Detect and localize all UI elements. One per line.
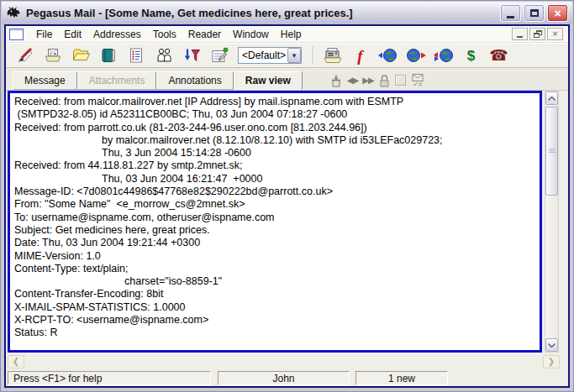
font-f-icon: f [357, 48, 362, 64]
print-button[interactable] [319, 44, 346, 66]
scroll-up-button[interactable] [545, 91, 558, 105]
users-icon [155, 47, 173, 64]
raw-view-pane[interactable]: Received: from malcor.mailrover.net [IP … [8, 91, 542, 353]
noticeboard-icon [127, 47, 145, 64]
raw-line: Subject: Get medicines here, great price… [14, 224, 540, 237]
mdi-close-icon: × [552, 29, 557, 39]
menu-window[interactable]: Window [227, 27, 275, 42]
address-book-button[interactable] [94, 44, 122, 66]
raw-line: (SMTPD32-8.05) id A52311CB00BC; Thu, 03 … [14, 108, 540, 121]
scrollbar-thumb[interactable] [545, 107, 558, 196]
raw-line: Content-Transfer-Encoding: 8bit [14, 288, 540, 301]
pegasus-icon [6, 5, 21, 22]
edit-note-icon [210, 47, 229, 64]
menu-reader[interactable]: Reader [182, 27, 227, 42]
vertical-scrollbar[interactable] [545, 91, 559, 353]
identity-selector[interactable]: <Default> ▾ [238, 47, 302, 64]
tab-bar: Message Attachments Annotations Raw view… [6, 68, 568, 91]
font-button[interactable]: f [346, 44, 374, 66]
close-button[interactable]: × [547, 4, 568, 22]
edit-message-button[interactable] [205, 44, 233, 66]
check-internet-mail-button[interactable] [429, 44, 457, 66]
identity-dropdown-button[interactable]: ▾ [287, 48, 301, 63]
raw-line: Received: from parrott.co.uk (81-203-244… [14, 122, 540, 134]
message-view-zone: Received: from malcor.mailrover.net [IP … [6, 91, 568, 369]
scroll-down-button[interactable] [545, 338, 558, 352]
mdi-restore-button[interactable] [529, 28, 545, 40]
menu-file[interactable]: File [30, 27, 58, 42]
lock-message-button[interactable] [378, 73, 391, 87]
scroll-right-button[interactable]: ❯ [543, 355, 560, 368]
confirm-envelope-icon [410, 73, 425, 87]
raw-line: Thu, 03 Jun 2004 16:21:47 +0000 [14, 173, 540, 186]
lock-icon [378, 74, 391, 87]
check-mail-button[interactable] [39, 44, 66, 66]
mdi-restore-icon [534, 30, 542, 38]
tab-raw-view[interactable]: Raw view [234, 71, 303, 90]
chevron-up-icon [548, 97, 556, 101]
globe-receive-icon [432, 47, 456, 64]
move-to-trash-button[interactable] [329, 73, 343, 87]
pegasus-mail-window: Pegasus Mail - [Some Name, Get medicines… [0, 0, 574, 392]
quill-pen-icon [16, 47, 34, 64]
dialup-phone-button[interactable]: ☎ [485, 44, 513, 66]
noticeboard-button[interactable] [122, 44, 150, 66]
raw-line: Thu, 3 Jun 2004 15:14:28 -0600 [14, 147, 540, 159]
send-queued-mail-button[interactable] [374, 44, 402, 66]
mdi-window-controls: × [512, 28, 565, 40]
menu-addresses[interactable]: Addresses [87, 27, 147, 42]
color-swatch-icon [395, 75, 406, 86]
toolbar: <Default> ▾ f [6, 43, 568, 68]
tab-annotations[interactable]: Annotations [156, 71, 233, 90]
mdi-close-button[interactable]: × [547, 28, 563, 40]
highlight-color-button[interactable] [395, 73, 406, 87]
menu-edit[interactable]: Edit [58, 27, 87, 42]
menu-tools[interactable]: Tools [147, 27, 182, 42]
raw-line: Received: from malcor.mailrover.net [IP … [14, 96, 540, 108]
maximize-button[interactable] [524, 4, 545, 22]
address-book-icon [99, 47, 118, 64]
chevron-down-icon: ▾ [292, 51, 297, 60]
title-bar: Pegasus Mail - [Some Name, Get medicines… [2, 2, 572, 24]
dollar-icon: $ [467, 49, 475, 63]
raw-line: Status: R [14, 327, 540, 339]
forward-message-button[interactable]: ▶▶ [362, 73, 373, 87]
chevron-right-icon: ❯ [548, 358, 555, 366]
printer-icon [323, 47, 343, 64]
new-message-button[interactable] [11, 44, 39, 66]
status-new-mail-panel: 1 new [355, 371, 448, 385]
maximize-icon [530, 9, 539, 17]
scroll-left-button[interactable]: ❮ [8, 355, 24, 368]
charges-button[interactable]: $ [457, 44, 485, 66]
raw-line: Message-ID: <7d0801c44986$47768e82$29022… [14, 186, 540, 198]
mdi-document-icon[interactable] [9, 29, 24, 40]
minimize-button[interactable] [500, 4, 521, 22]
tab-attachments: Attachments [77, 71, 157, 90]
toolbar-separator [313, 46, 314, 65]
tab-message[interactable]: Message [13, 71, 77, 90]
client-area: File Edit Addresses Tools Reader Window … [4, 24, 570, 388]
local-users-button[interactable] [150, 44, 177, 66]
status-bar: Press <F1> for help John 1 new [6, 369, 568, 388]
raw-line: MIME-Version: 1.0 [14, 250, 540, 263]
filter-sort-icon [182, 47, 201, 64]
prev-next-message-button[interactable]: ◀▶ [347, 73, 358, 87]
send-receive-mail-button[interactable] [402, 44, 429, 66]
raw-line: Received: from 44.118.81.227 by smtp.2mn… [14, 159, 540, 172]
mail-filter-button[interactable] [177, 44, 205, 66]
fast-forward-icon: ▶▶ [362, 76, 373, 85]
chevron-left-icon: ❮ [13, 358, 19, 366]
raw-line: From: "Some Name" <e_morrow_cs@2mnet.sk> [14, 198, 540, 211]
confirm-reading-button[interactable] [410, 73, 425, 87]
status-identity-panel: John [218, 371, 350, 385]
close-icon: × [554, 8, 561, 19]
menu-help[interactable]: Help [275, 27, 308, 42]
raw-line: by malcor.mailrover.net (8.12.10/8.12.10… [14, 134, 540, 147]
open-folder-button[interactable] [66, 44, 94, 66]
globe-send-icon [377, 47, 399, 64]
prev-next-icon: ◀▶ [347, 76, 358, 85]
chevron-down-icon [548, 343, 556, 348]
raw-line: X-IMAIL-SPAM-STATISTICS: 1.0000 [14, 301, 540, 314]
identity-value: <Default> [242, 50, 286, 61]
mdi-minimize-button[interactable] [512, 28, 528, 40]
